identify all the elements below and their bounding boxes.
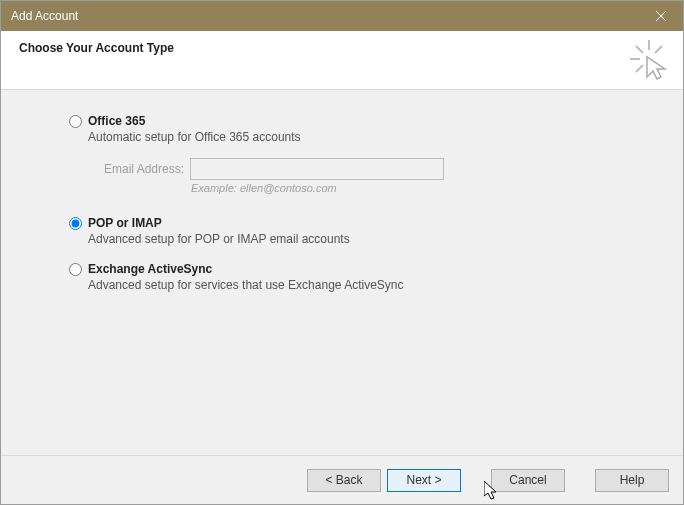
option-office365-desc: Automatic setup for Office 365 accounts xyxy=(88,130,663,144)
cancel-button[interactable]: Cancel xyxy=(491,469,565,492)
wizard-content: Office 365 Automatic setup for Office 36… xyxy=(1,90,683,455)
radio-office365[interactable] xyxy=(69,115,82,128)
option-office365-label: Office 365 xyxy=(88,114,145,128)
option-eas-label: Exchange ActiveSync xyxy=(88,262,212,276)
email-address-label: Email Address: xyxy=(88,162,184,176)
svg-line-5 xyxy=(655,46,662,53)
option-pop-imap-desc: Advanced setup for POP or IMAP email acc… xyxy=(88,232,663,246)
svg-line-4 xyxy=(636,46,643,53)
option-office365: Office 365 Automatic setup for Office 36… xyxy=(69,114,663,194)
option-pop-imap: POP or IMAP Advanced setup for POP or IM… xyxy=(69,216,663,246)
option-eas-desc: Advanced setup for services that use Exc… xyxy=(88,278,663,292)
radio-eas[interactable] xyxy=(69,263,82,276)
svg-line-6 xyxy=(636,65,643,72)
close-button[interactable] xyxy=(638,1,683,31)
next-button[interactable]: Next > xyxy=(387,469,461,492)
back-button[interactable]: < Back xyxy=(307,469,381,492)
wizard-footer: < Back Next > Cancel Help xyxy=(1,455,683,504)
email-address-input xyxy=(190,158,444,180)
option-pop-imap-label: POP or IMAP xyxy=(88,216,162,230)
add-account-window: Add Account Choose Your Account Type xyxy=(0,0,684,505)
titlebar: Add Account xyxy=(1,1,683,31)
close-icon xyxy=(656,11,666,21)
wizard-header: Choose Your Account Type xyxy=(1,31,683,90)
help-button[interactable]: Help xyxy=(595,469,669,492)
radio-pop-imap[interactable] xyxy=(69,217,82,230)
window-title: Add Account xyxy=(11,9,78,23)
page-title: Choose Your Account Type xyxy=(19,41,669,55)
click-cursor-icon xyxy=(627,37,671,81)
email-example-text: Example: ellen@contoso.com xyxy=(191,182,663,194)
option-eas: Exchange ActiveSync Advanced setup for s… xyxy=(69,262,663,292)
